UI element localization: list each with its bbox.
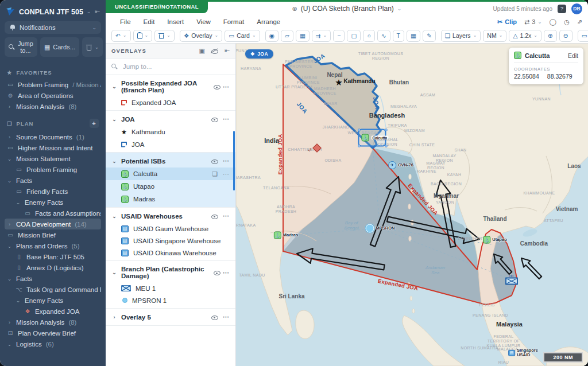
avatar[interactable]: DB	[571, 3, 582, 14]
sidebar-item-annex-d-logistics-[interactable]: ▯Annex D (Logistics)	[5, 262, 101, 273]
overlay-group-header[interactable]: ⌄USAID Warehouses⋯	[106, 209, 235, 223]
eye-icon[interactable]	[213, 83, 219, 90]
sidebar-item-mission-statement[interactable]: ⌄Mission Statement	[5, 153, 101, 164]
sidebar-item-mission-analysis[interactable]: ›Mission Analysis (8)	[5, 317, 101, 328]
sidebar-item-mission-brief[interactable]: ▭Mission Brief	[5, 229, 101, 240]
pen-tool-button[interactable]: ✎	[423, 30, 436, 42]
undo-button[interactable]: ↶⌄	[111, 30, 131, 42]
share-icon[interactable]: ⇗	[577, 18, 582, 26]
menu-insert[interactable]: Insert	[161, 17, 190, 26]
zoom-out-button[interactable]: ⊖	[559, 30, 572, 42]
menu-file[interactable]: File	[114, 17, 137, 26]
sidebar-item-area-of-operations[interactable]: ⊚Area of Operations	[5, 90, 101, 101]
layers-button[interactable]: ❏Layers⌄	[441, 30, 481, 42]
arrow-tool-button[interactable]: ⇉⌄	[312, 30, 331, 42]
overlays-search-input[interactable]	[122, 63, 208, 71]
overlay-item-mpsron-1[interactable]: MPSRON 1	[106, 294, 235, 306]
collapse-sidebar-icon[interactable]: ⇤	[95, 8, 100, 15]
paste-button[interactable]: ⌄	[133, 30, 153, 42]
rectangle-tool-button[interactable]: ▢	[347, 30, 361, 42]
sidebar-item-task-org-and-command-relatio-[interactable]: ⌥Task Org and Command Relatio...	[5, 284, 101, 295]
joa-overlay-chip[interactable]: ❖ JOA	[245, 49, 273, 59]
units-button[interactable]: NM⌄	[483, 30, 506, 42]
history-icon[interactable]: ◷	[564, 18, 570, 26]
eye-icon[interactable]	[211, 213, 219, 220]
warehouse-marker-singapore[interactable]: ▤Singapore USAID	[508, 348, 538, 358]
kathmandu-star-marker[interactable]: ★	[335, 78, 342, 87]
add-card-icon[interactable]: ▣	[199, 47, 204, 54]
convert-to-card-button[interactable]: ▭Convert to card	[578, 30, 588, 42]
menu-arrange[interactable]: Arrange	[250, 17, 287, 26]
ellipse-tool-button[interactable]: ○	[363, 30, 374, 42]
sidebar-item-higher-mission-and-intent[interactable]: ▭Higher Mission and Intent	[5, 142, 101, 153]
clip-button[interactable]: ✂ Clip	[497, 18, 517, 26]
eye-icon[interactable]	[211, 314, 219, 321]
line-tool-button[interactable]: −	[333, 30, 345, 42]
eye-icon[interactable]	[211, 158, 219, 165]
sidebar-item-plan-overview-brief[interactable]: ⊡Plan Overview Brief	[5, 328, 101, 338]
overlay-item-calcutta[interactable]: ⚓Calcutta❏⋯	[106, 168, 235, 180]
comment-icon[interactable]: ◯	[550, 18, 556, 26]
sidebar-item-enemy-facts[interactable]: ⌄Enemy Facts	[5, 197, 101, 208]
cvn-marker[interactable]: ✈CVN-76	[388, 161, 413, 169]
sidebar-item-problem-framing[interactable]: ▭Problem Framing / Mission Analysis	[5, 79, 101, 90]
overlay-group-header[interactable]: ⌄Branch Plan (Catastrophic Damage)⋯	[106, 263, 235, 282]
menu-edit[interactable]: Edit	[137, 17, 161, 26]
overlay-group-header[interactable]: ⌄JOA⋯	[106, 112, 235, 126]
sidebar-item-friendly-facts[interactable]: ▭Friendly Facts	[5, 186, 101, 197]
overlay-group-header[interactable]: ⌄Potential ISBs⋯	[106, 154, 235, 168]
overlay-item-joa[interactable]: JOA	[106, 138, 235, 150]
sync-control[interactable]: ⇄ 3 ⌄	[524, 18, 542, 26]
more-options-icon[interactable]: ⋯	[223, 170, 230, 178]
more-options-icon[interactable]: ⋯	[223, 83, 230, 91]
document-title[interactable]: ⊚ (U) COA Sketch (Branch Plan) ⌄	[292, 5, 402, 13]
pin-tool-button[interactable]: ◉	[265, 30, 278, 42]
overlay-item-kathmandu[interactable]: ★Kathmandu	[106, 126, 235, 138]
sidebar-item-facts[interactable]: ⌄Facts	[5, 273, 101, 284]
collapse-panel-icon[interactable]: ⇤	[225, 47, 230, 54]
overlay-group-header[interactable]: ›Overlay 5⋯	[106, 310, 235, 324]
panel-scrollbar[interactable]	[233, 131, 235, 190]
edit-button[interactable]: Edit	[568, 52, 578, 59]
cards-icon[interactable]: ❏	[212, 170, 218, 178]
sidebar-item-problem-framing[interactable]: ▭Problem Framing	[5, 164, 101, 175]
overlay-menu-button[interactable]: ❖Overlay⌄	[180, 30, 222, 42]
overlay-item-meu-1[interactable]: MEU 1	[106, 282, 235, 294]
scribble-tool-button[interactable]: ∿	[377, 30, 390, 42]
menu-format[interactable]: Format	[217, 17, 250, 26]
media-tool-button[interactable]: ▦	[407, 30, 420, 42]
more-options-icon[interactable]: ⋯	[223, 269, 230, 277]
selected-isb-marker-calcutta[interactable]: ⚓Calcutta	[358, 129, 386, 147]
plan-title[interactable]: CONPLAN JTF 505	[19, 8, 83, 16]
mpsron-marker[interactable]: MPSRON	[366, 224, 395, 233]
jump-to-button[interactable]: Jump to...	[5, 37, 37, 57]
hide-all-icon[interactable]	[211, 48, 219, 54]
isb-marker-utapao[interactable]: ⚓Utapao	[483, 236, 506, 244]
card-menu-button[interactable]: ▭Card⌄	[225, 30, 260, 42]
overlays-search[interactable]	[106, 59, 235, 75]
menu-view[interactable]: View	[190, 17, 217, 26]
notifications-button[interactable]: Notifications ⌄	[5, 21, 101, 34]
map-canvas[interactable]: TIBET AUTONOMOUS REGIONFAR WESTERN PROVI…	[236, 44, 588, 366]
text-tool-button[interactable]: T	[393, 30, 404, 42]
more-options-icon[interactable]: ⋯	[223, 115, 230, 123]
delete-button[interactable]: ⌄	[154, 30, 175, 42]
eye-icon[interactable]	[213, 269, 219, 276]
sidebar-item-plans-and-orders[interactable]: ⌄Plans and Orders (5)	[5, 240, 101, 251]
overlay-item-usaid-gaum-warehouse[interactable]: ▤USAID Gaum Warehouse	[106, 223, 235, 235]
frame-tool-button[interactable]: ▱	[281, 30, 293, 42]
isb-marker-madras[interactable]: ⚓Madras	[274, 232, 298, 239]
sidebar-item-facts-and-assumptions[interactable]: ▭Facts and Assumptions	[5, 208, 101, 219]
eye-icon[interactable]	[211, 116, 219, 123]
zoom-in-button[interactable]: ⊕	[544, 30, 557, 42]
meu-marker[interactable]: III	[505, 278, 518, 285]
add-button[interactable]: +	[90, 119, 99, 128]
sidebar-item-enemy-facts[interactable]: ⌄Enemy Facts	[5, 295, 101, 306]
more-options-icon[interactable]: ⋯	[223, 157, 230, 165]
zoom-level-button[interactable]: △1.2x⌄	[509, 30, 541, 42]
enemy-unit-marker[interactable]: 2	[314, 145, 320, 151]
sidebar-item-logistics[interactable]: ⌄Logistics (6)	[5, 338, 101, 349]
image-tool-button[interactable]: ▦	[296, 30, 310, 42]
sidebar-item-base-plan-jtf-505[interactable]: ▯Base Plan: JTF 505	[5, 251, 101, 262]
more-options-icon[interactable]: ⋯	[223, 313, 230, 321]
